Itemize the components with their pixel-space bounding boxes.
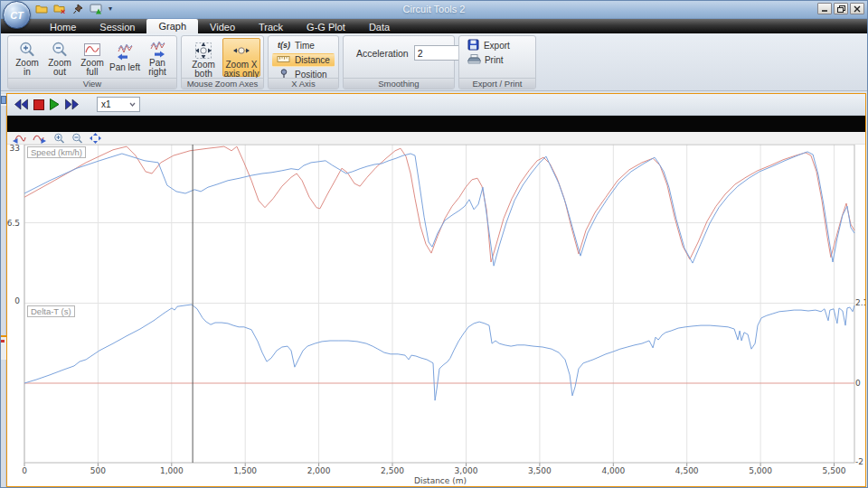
pan-right-button[interactable]: Pan right <box>141 38 174 77</box>
quick-access-caret-icon[interactable]: ▾ <box>108 5 112 13</box>
close-session-icon[interactable]: × <box>52 2 68 15</box>
pin-icon[interactable] <box>71 2 86 15</box>
button-label: Print <box>485 55 504 65</box>
pan-left-icon <box>115 41 135 63</box>
tab-gg-plot[interactable]: G-G Plot <box>295 20 357 33</box>
button-label: Zoom out <box>44 59 75 77</box>
svg-text:2,000: 2,000 <box>307 466 331 475</box>
zoom-full-icon <box>82 41 102 59</box>
group-label-export-print: Export / Print <box>459 78 535 89</box>
restore-button[interactable] <box>834 3 848 14</box>
group-label-mouse-zoom-axes: Mouse Zoom Axes <box>182 78 263 89</box>
svg-text:0: 0 <box>855 379 861 388</box>
svg-text:1,500: 1,500 <box>233 466 257 475</box>
svg-text:Distance (m): Distance (m) <box>414 476 467 485</box>
title-bar: Circuit Tools 2 <box>0 0 868 19</box>
ribbon-group-mouse-zoom-axes: Zoom both axes Zoom X axis only Mouse Zo… <box>181 35 264 89</box>
ribbon-group-view: Zoom in Zoom out Zoom full Pan left Pan … <box>7 35 177 89</box>
time-icon: t(s) <box>277 40 291 52</box>
play-button[interactable] <box>49 98 60 112</box>
rewind-button[interactable] <box>14 98 29 112</box>
svg-text:-2: -2 <box>855 457 863 466</box>
svg-text:3,000: 3,000 <box>455 466 478 475</box>
zoom-out-button[interactable]: Zoom out <box>43 38 76 77</box>
svg-text:5,000: 5,000 <box>749 466 772 475</box>
playback-toolbar: x1 <box>7 94 865 116</box>
zoom-out-small-icon[interactable] <box>71 133 83 144</box>
svg-text:0: 0 <box>14 296 20 305</box>
tab-session[interactable]: Session <box>88 20 146 33</box>
graph-panel: x1 05001,0001,5002,0002,5003,0003,5004,0… <box>6 93 866 487</box>
playback-speed-select[interactable]: x1 <box>97 97 140 112</box>
chart-area[interactable]: 05001,0001,5002,0002,5003,0003,5004,0004… <box>7 145 865 486</box>
stop-button[interactable] <box>33 98 44 112</box>
svg-text:0: 0 <box>22 466 27 475</box>
svg-text:5,500: 5,500 <box>823 466 846 475</box>
zoom-in-button[interactable]: Zoom in <box>11 38 43 77</box>
tab-graph[interactable]: Graph <box>146 19 198 33</box>
button-label: Zoom full <box>77 59 108 77</box>
svg-text:t(s): t(s) <box>278 41 290 50</box>
zoom-both-axes-button[interactable]: Zoom both axes <box>184 38 222 77</box>
ribbon-group-smoothing: Acceleration Smoothing <box>343 35 455 89</box>
speed-delta-chart[interactable]: 05001,0001,5002,0002,5003,0003,5004,0004… <box>7 145 865 486</box>
export-icon <box>467 39 480 52</box>
zoom-in-icon <box>18 41 36 59</box>
x-axis-time-button[interactable]: t(s) Time <box>272 39 335 52</box>
group-label-view: View <box>8 78 176 89</box>
button-label: Pan left <box>109 63 140 72</box>
svg-text:2.1: 2.1 <box>855 298 865 307</box>
zoom-x-axis-only-button[interactable]: Zoom X axis only <box>222 38 260 77</box>
svg-text:4,500: 4,500 <box>675 466 699 475</box>
button-label: Time <box>295 41 315 51</box>
zoom-previous-icon[interactable] <box>12 133 26 144</box>
pan-left-button[interactable]: Pan left <box>108 38 141 77</box>
ribbon-tab-strip: Home Session Graph Video Track G-G Plot … <box>0 19 868 33</box>
tab-data[interactable]: Data <box>357 20 401 33</box>
collapsed-side-panel <box>0 93 6 487</box>
button-label: Distance <box>295 55 330 65</box>
zoom-next-icon[interactable] <box>33 133 47 144</box>
acceleration-input[interactable] <box>414 45 461 61</box>
svg-text:2,500: 2,500 <box>381 466 404 475</box>
open-session-icon[interactable] <box>34 2 50 15</box>
quick-access-toolbar: × ▾ <box>34 2 112 15</box>
button-label: Zoom X axis only <box>223 61 259 79</box>
ribbon-group-export-print: Export Print Export / Print <box>458 35 536 89</box>
tab-track[interactable]: Track <box>247 20 295 33</box>
ribbon: Zoom in Zoom out Zoom full Pan left Pan … <box>0 33 868 91</box>
print-icon <box>467 53 481 67</box>
zoom-fit-icon[interactable] <box>90 133 101 144</box>
x-axis-distance-button[interactable]: Distance <box>272 53 335 67</box>
window-title: Circuit Tools 2 <box>0 4 868 14</box>
button-label: Pan right <box>142 59 173 77</box>
delta-series-label: Delta-T (s) <box>27 305 75 317</box>
close-button[interactable] <box>850 3 864 14</box>
zoom-out-icon <box>51 41 69 59</box>
svg-text:4,000: 4,000 <box>601 466 625 475</box>
acceleration-label: Acceleration <box>356 48 409 59</box>
svg-text:1,000: 1,000 <box>160 466 184 475</box>
minimize-button[interactable] <box>817 3 832 14</box>
chevron-down-icon <box>129 102 136 107</box>
speed-series-label: Speed (km/h) <box>27 146 86 158</box>
fast-forward-button[interactable] <box>64 98 80 112</box>
video-strip <box>7 116 865 132</box>
export-button[interactable]: Export <box>463 39 532 52</box>
side-panel-tab[interactable] <box>0 335 6 360</box>
svg-text:33: 33 <box>10 145 20 153</box>
tab-home[interactable]: Home <box>38 20 88 33</box>
zoom-full-button[interactable]: Zoom full <box>76 38 108 77</box>
group-label-x-axis: X Axis <box>269 78 338 89</box>
app-logo[interactable]: CT <box>3 1 31 29</box>
zoom-both-axes-icon <box>193 41 214 61</box>
ribbon-group-x-axis: t(s) Time Distance Position X Axis <box>268 35 339 89</box>
tab-video[interactable]: Video <box>198 20 247 33</box>
print-button[interactable]: Print <box>463 53 532 67</box>
svg-text:3,500: 3,500 <box>528 466 552 475</box>
zoom-in-small-icon[interactable] <box>53 133 65 144</box>
side-panel-grip[interactable] <box>0 94 6 106</box>
export-video-icon[interactable] <box>89 2 104 15</box>
svg-text:500: 500 <box>90 466 106 475</box>
button-label: Zoom in <box>12 59 42 77</box>
